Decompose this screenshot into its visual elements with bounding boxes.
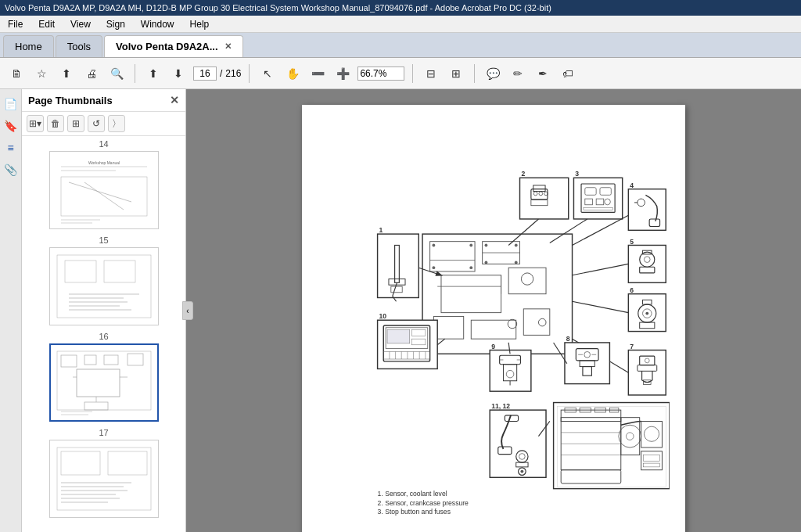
sb-layout-icon[interactable]: ⊞▾ xyxy=(27,115,44,132)
pages-icon[interactable]: 📄 xyxy=(2,95,20,113)
svg-text:3: 3 xyxy=(575,170,579,178)
zoom-in-tool-icon[interactable]: ➕ xyxy=(332,63,353,84)
menu-edit[interactable]: Edit xyxy=(35,17,58,31)
svg-text:1: 1 xyxy=(379,226,383,234)
thumb-label-15: 15 xyxy=(99,235,108,245)
svg-rect-64 xyxy=(378,234,419,297)
svg-text:4: 4 xyxy=(630,182,634,189)
svg-line-103 xyxy=(573,264,629,275)
zoom-out-tool-icon[interactable]: ➖ xyxy=(307,63,328,84)
thumb-svg-14: Workshop Manual xyxy=(53,155,155,225)
svg-point-54 xyxy=(508,319,516,328)
hand-tool-icon[interactable]: ✋ xyxy=(282,63,303,84)
print-icon[interactable]: 🖨 xyxy=(81,63,102,84)
thumb-label-14: 14 xyxy=(99,139,108,149)
svg-rect-31 xyxy=(53,444,155,514)
sidebar-collapse-arrow[interactable]: ‹ xyxy=(182,301,193,320)
sb-delete-icon[interactable]: 🗑 xyxy=(47,115,64,132)
svg-text:5: 5 xyxy=(630,238,634,246)
tab-document[interactable]: Volvo Penta D9A2A... ✕ xyxy=(104,35,243,57)
draw-icon[interactable]: ✒ xyxy=(533,63,553,84)
svg-rect-44 xyxy=(441,275,501,313)
svg-text:8: 8 xyxy=(566,335,570,343)
title-bar: Volvo Penta D9A2A MP, D9A2A MH, D12D-B M… xyxy=(0,0,801,16)
bookmarks-icon[interactable]: 🔖 xyxy=(2,117,20,135)
tab-home[interactable]: Home xyxy=(3,35,54,57)
thumb-label-17: 17 xyxy=(99,428,108,437)
new-file-icon[interactable]: 🗎 xyxy=(6,63,27,84)
stamp-icon[interactable]: 🏷 xyxy=(558,63,578,84)
svg-text:6: 6 xyxy=(630,286,634,294)
page-sep: / xyxy=(220,68,222,79)
share-icon[interactable]: ⬆ xyxy=(56,63,77,84)
layers-icon[interactable]: ≡ xyxy=(2,139,20,156)
page-total: 216 xyxy=(225,68,241,79)
svg-point-58 xyxy=(432,266,435,269)
toolbar: 🗎 ☆ ⬆ 🖨 🔍 ⬆ ⬇ / 216 ↖ ✋ ➖ ➕ ⊟ ⊞ 💬 ✏ ✒ 🏷 xyxy=(0,58,801,89)
svg-point-59 xyxy=(469,266,472,269)
svg-text:2.   Sensor, crankcase pressur: 2. Sensor, crankcase pressure xyxy=(378,499,469,507)
svg-rect-112 xyxy=(628,350,666,395)
thumb-svg-16 xyxy=(53,347,155,418)
svg-point-56 xyxy=(432,244,435,247)
svg-rect-149 xyxy=(387,330,410,343)
engine-body xyxy=(422,234,572,354)
bookmark-icon[interactable]: ☆ xyxy=(31,63,52,84)
svg-point-161 xyxy=(520,470,523,473)
thumbnail-page-17: 17 xyxy=(25,428,182,518)
thumb-label-16: 16 xyxy=(99,332,108,341)
thumb-svg-15 xyxy=(53,251,155,322)
prev-page-icon[interactable]: ⬆ xyxy=(143,63,163,84)
pdf-viewer[interactable]: 1 2 xyxy=(186,89,801,532)
svg-point-63 xyxy=(515,261,518,264)
toolbar-sep-3 xyxy=(412,64,413,83)
attachments-icon[interactable]: 📎 xyxy=(2,161,20,178)
menu-window[interactable]: Window xyxy=(138,17,178,31)
pencil-icon[interactable]: ✏ xyxy=(508,63,528,84)
title-text: Volvo Penta D9A2A MP, D9A2A MH, D12D-B M… xyxy=(5,3,551,13)
svg-text:7: 7 xyxy=(630,343,634,350)
menu-sign[interactable]: Sign xyxy=(103,17,128,31)
tab-home-label: Home xyxy=(15,41,42,52)
sb-insert-icon[interactable]: ⊞ xyxy=(67,115,84,132)
tab-tools-label: Tools xyxy=(67,41,91,52)
sb-more-icon[interactable]: 〉 xyxy=(108,115,125,132)
next-page-icon[interactable]: ⬇ xyxy=(168,63,189,84)
pdf-diagram-svg: 1 2 xyxy=(318,120,670,527)
svg-line-96 xyxy=(573,215,629,245)
sidebar-toolbar: ⊞▾ 🗑 ⊞ ↺ 〉 xyxy=(22,112,185,136)
zoom-input[interactable] xyxy=(357,66,404,81)
sidebar: Page Thumbnails ✕ ⊞▾ 🗑 ⊞ ↺ 〉 14 xyxy=(22,89,186,532)
svg-line-152 xyxy=(437,339,445,345)
zoom-out-icon[interactable]: 🔍 xyxy=(106,63,127,84)
svg-rect-42 xyxy=(430,242,475,271)
tab-close-icon[interactable]: ✕ xyxy=(224,41,232,52)
svg-point-53 xyxy=(521,273,533,285)
tab-tools[interactable]: Tools xyxy=(56,35,102,57)
main-area: 📄 🔖 ≡ 📎 Page Thumbnails ✕ ⊞▾ 🗑 ⊞ ↺ 〉 14 xyxy=(0,89,801,532)
thumb-box-17[interactable] xyxy=(49,440,159,518)
svg-rect-163 xyxy=(554,403,670,489)
svg-rect-45 xyxy=(508,268,546,294)
comment-icon[interactable]: 💬 xyxy=(483,63,503,84)
menu-file[interactable]: File xyxy=(5,17,26,31)
fit-page-icon[interactable]: ⊟ xyxy=(421,63,441,84)
thumbnails-panel: 14 Workshop Manual xyxy=(22,136,185,532)
thumb-box-14[interactable]: Workshop Manual xyxy=(49,151,159,229)
svg-point-62 xyxy=(485,261,488,264)
sidebar-close-icon[interactable]: ✕ xyxy=(170,94,179,106)
page-nav: / 216 xyxy=(193,66,241,81)
select-tool-icon[interactable]: ↖ xyxy=(257,63,278,84)
menu-help[interactable]: Help xyxy=(187,17,213,31)
menu-view[interactable]: View xyxy=(67,17,94,31)
svg-point-57 xyxy=(469,244,472,247)
sb-rotate-icon[interactable]: ↺ xyxy=(88,115,105,132)
thumb-box-16[interactable] xyxy=(49,343,159,422)
svg-rect-41 xyxy=(422,234,572,354)
svg-rect-47 xyxy=(471,320,515,339)
fit-width-icon[interactable]: ⊞ xyxy=(446,63,466,84)
tab-document-label: Volvo Penta D9A2A... xyxy=(116,41,218,52)
thumb-box-15[interactable] xyxy=(49,247,159,325)
page-input[interactable] xyxy=(193,66,217,81)
svg-text:Workshop Manual: Workshop Manual xyxy=(88,160,119,165)
